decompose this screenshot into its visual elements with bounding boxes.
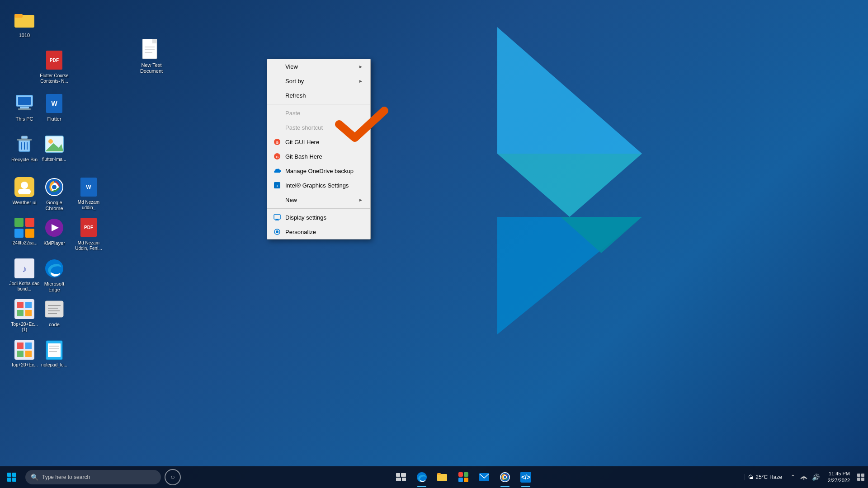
desktop-icon-code[interactable]: code — [36, 296, 72, 330]
taskbar-weather[interactable]: 🌤 25°C Haze — [744, 474, 786, 480]
menu-item-git-bash[interactable]: G Git Bash Here — [267, 149, 370, 164]
display-settings-icon — [273, 213, 282, 222]
svg-rect-30 — [25, 229, 34, 238]
desktop[interactable]: 1010 PDF Flutter Course Contents- N... T… — [0, 0, 868, 488]
icon-label: Md Nezam Uddin, Feni... — [72, 240, 105, 251]
svg-rect-96 — [857, 474, 860, 477]
svg-rect-27 — [14, 218, 24, 227]
taskbar-chrome-button[interactable] — [495, 466, 515, 488]
notification-button[interactable] — [854, 466, 868, 488]
chrome-icon — [43, 176, 65, 198]
system-tray: ⌃ 🔊 — [786, 466, 824, 488]
svg-point-92 — [504, 476, 506, 479]
cortana-icon: ○ — [170, 473, 175, 481]
taskview-button[interactable] — [391, 466, 411, 488]
folder-icon — [14, 9, 35, 31]
taskview-icon — [396, 473, 406, 481]
svg-rect-43 — [45, 301, 63, 317]
svg-rect-51 — [25, 343, 32, 349]
icon-label: New Text Document — [135, 62, 168, 74]
menu-item-intel[interactable]: i Intel® Graphics Settings — [267, 178, 370, 192]
search-bar[interactable]: 🔍 Type here to search — [25, 470, 161, 484]
chevron-up-icon[interactable]: ⌃ — [789, 473, 797, 482]
menu-item-onedrive[interactable]: Manage OneDrive backup — [267, 164, 370, 178]
desktop-icon-chrome[interactable]: Google Chrome — [36, 174, 72, 214]
mail-taskbar-icon — [479, 473, 490, 482]
svg-point-95 — [803, 478, 805, 479]
svg-rect-40 — [25, 302, 32, 308]
system-clock[interactable]: 11:45 PM 2/27/2022 — [824, 470, 854, 484]
icon-label: Md Nezam uddin_ — [72, 200, 105, 211]
menu-item-view[interactable]: View ► — [267, 59, 370, 74]
grid-icon — [14, 217, 35, 239]
taskbar-explorer-button[interactable] — [433, 466, 453, 488]
desktop-icon-notepad[interactable]: notepad_lo... — [36, 336, 72, 371]
menu-item-display-settings[interactable]: Display settings — [267, 210, 370, 225]
desktop-icon-edge[interactable]: Microsoft Edge — [36, 255, 72, 296]
icon-label: Weather ui — [13, 200, 37, 206]
svg-rect-10 — [18, 108, 31, 110]
menu-separator-2 — [267, 208, 370, 209]
svg-marker-1 — [497, 154, 642, 217]
flutter-logo-bg — [470, 27, 723, 334]
svg-rect-61 — [152, 39, 157, 43]
svg-point-18 — [48, 139, 53, 144]
submenu-arrow: ► — [359, 79, 363, 84]
text-doc-icon — [141, 39, 162, 61]
taskbar-vscode-button[interactable]: </> — [516, 466, 536, 488]
chrome-taskbar-icon — [500, 472, 510, 483]
svg-point-75 — [276, 230, 278, 233]
menu-item-new[interactable]: New ► — [267, 192, 370, 207]
desktop-icon-mnu[interactable]: W Md Nezam uddin_ — [71, 174, 107, 213]
pdf-icon: PDF — [43, 50, 65, 71]
svg-rect-50 — [17, 343, 24, 349]
svg-rect-77 — [401, 473, 406, 477]
desktop-icon-flutter-img[interactable]: flutter-ima... — [36, 131, 72, 165]
computer-icon — [14, 93, 35, 114]
desktop-icon-new-text-doc[interactable]: New Text Document — [133, 36, 170, 77]
taskbar-edge-button[interactable] — [412, 466, 432, 488]
git-bash-icon: G — [273, 152, 282, 161]
menu-item-sort-by[interactable]: Sort by ► — [267, 74, 370, 88]
search-placeholder: Type here to search — [42, 474, 90, 480]
svg-rect-84 — [458, 472, 463, 477]
desktop-icon-flutter[interactable]: W Flutter — [36, 90, 72, 125]
personalize-icon — [273, 227, 282, 236]
svg-rect-22 — [18, 189, 31, 194]
taskbar-apps: </> — [183, 466, 744, 488]
menu-item-refresh[interactable]: Refresh — [267, 88, 370, 103]
menu-item-personalize[interactable]: Personalize — [267, 225, 370, 239]
svg-rect-85 — [464, 472, 468, 477]
music-icon: ♪ — [14, 258, 35, 279]
search-icon: 🔍 — [31, 474, 38, 481]
word-icon2: W — [78, 176, 99, 198]
network-icon[interactable] — [799, 473, 808, 482]
svg-rect-28 — [25, 218, 34, 227]
weather-taskbar-desc: Haze — [769, 474, 782, 480]
volume-icon[interactable]: 🔊 — [811, 473, 821, 482]
svg-rect-13 — [21, 136, 28, 139]
clock-time: 11:45 PM — [829, 470, 850, 477]
store-taskbar-icon — [458, 472, 469, 483]
git-gui-icon: G — [273, 137, 282, 146]
svg-rect-88 — [479, 473, 489, 481]
desktop-icon-mnu2[interactable]: PDF Md Nezam Uddin, Feni... — [71, 214, 107, 254]
taskbar-store-button[interactable] — [453, 466, 473, 488]
icon-label: Top+20+Ec... — [11, 362, 38, 368]
notepad-icon — [43, 339, 65, 361]
pdf-icon2: PDF — [78, 217, 99, 239]
desktop-icon-1010[interactable]: 1010 — [6, 6, 42, 41]
desktop-icon-flutter-pdf[interactable]: PDF Flutter Course Contents- N... — [36, 47, 72, 87]
svg-point-21 — [21, 182, 28, 189]
code-icon — [43, 298, 65, 320]
start-button[interactable] — [0, 466, 24, 488]
taskbar-mail-button[interactable] — [474, 466, 494, 488]
sort-icon — [273, 76, 282, 85]
cortana-button[interactable]: ○ — [165, 469, 181, 485]
svg-rect-6 — [14, 14, 23, 18]
icon-label: Flutter — [47, 116, 61, 122]
network-svg-icon — [800, 474, 807, 480]
svg-rect-29 — [14, 229, 24, 238]
svg-rect-87 — [464, 478, 468, 482]
desktop-icon-kmplayer[interactable]: KMPlayer — [36, 214, 72, 249]
